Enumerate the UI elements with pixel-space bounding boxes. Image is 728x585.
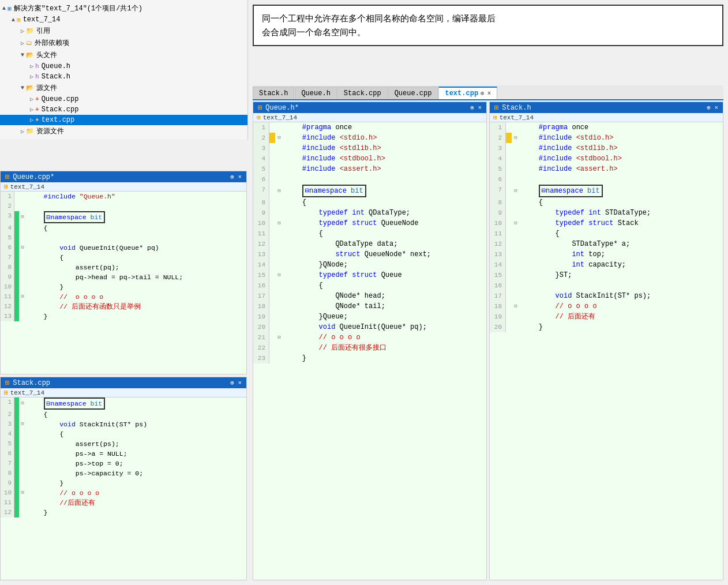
queue-cpp-editor: ⊞ Queue.cpp* ⊕ × ⊞ text_7_14 1 #include …: [0, 171, 247, 374]
code-line: 18 ⊟ // ο ο ο ο: [490, 301, 723, 312]
code-line: 8 {: [490, 197, 723, 208]
info-box: 同一个工程中允许存在多个相同名称的命名空间，编译器最后 会合成同一个命名空间中。: [253, 5, 723, 46]
resources-label: 资源文件: [36, 126, 64, 136]
text-cpp-item[interactable]: ▷ + text.cpp: [0, 115, 247, 125]
bottom-panels: ⊞ Queue.cpp* ⊕ × ⊞ text_7_14 1 #include …: [0, 171, 247, 580]
stack-cpp-item[interactable]: ▷ + Stack.cpp: [0, 104, 247, 115]
code-line: 8 {: [253, 197, 486, 208]
code-line: 11 //后面还有: [1, 498, 246, 508]
code-line: 6 ⊟ void QueueInit(Queue* pq): [1, 243, 246, 253]
queue-h-editor: ⊞ Queue.h* ⊕ × ⊞ text_7_14 1 #pragma onc…: [253, 102, 487, 580]
info-line2: 会合成同一个命名空间中。: [262, 25, 714, 39]
code-line: 11 ⊟ // ο ο ο ο: [1, 292, 246, 302]
code-line: 12 QDataType data;: [253, 239, 486, 249]
stack-cpp-project: text_7_14: [10, 389, 44, 396]
resources-folder[interactable]: ▷ 📁 资源文件: [0, 125, 247, 137]
solution-item[interactable]: ▲ ▣ 解决方案"text_7_14"(1个项目/共1个): [0, 2, 247, 14]
headers-label: 头文件: [36, 50, 57, 60]
stack-h-title: Stack.h: [502, 104, 531, 112]
queue-cpp-item[interactable]: ▷ + Queue.cpp: [0, 94, 247, 104]
code-line: 7 ps->top = 0;: [1, 459, 246, 468]
code-line: 11 {: [490, 228, 723, 239]
stack-cpp-label: Stack.cpp: [42, 106, 79, 114]
code-line: 9 }: [1, 478, 246, 488]
queue-cpp-code[interactable]: 1 #include "Queue.h" 2 3 ⊟ ⊟namespace bi…: [1, 192, 246, 374]
code-line: 2: [1, 201, 246, 211]
code-line: 13 struct QueueNode* next;: [253, 249, 486, 260]
queue-h-item[interactable]: ▷ h Queue.h: [0, 61, 247, 72]
stack-cpp-title: Stack.cpp: [13, 379, 50, 387]
code-line: 18 QNode* tail;: [253, 301, 486, 312]
ref-item[interactable]: ▷ 📁 引用: [0, 25, 247, 37]
code-line: 3 ⊟ ⊟namespace bit: [1, 211, 246, 223]
code-line: 6: [490, 174, 723, 185]
close-icon[interactable]: ⊕ ×: [481, 90, 491, 97]
code-line: 5 assert(ps);: [1, 439, 246, 449]
code-line: 15 ⊟ typedef struct Queue: [253, 270, 486, 280]
code-line: 5 #include <assert.h>: [253, 164, 486, 174]
headers-folder[interactable]: ▼ 📂 头文件: [0, 49, 247, 61]
queue-h-title-bar: ⊞ Queue.h* ⊕ ×: [253, 102, 486, 113]
stack-h-icon: ⊞: [494, 103, 498, 112]
code-line: 4 #include <stdbool.h>: [253, 153, 486, 164]
queue-h-icon: ⊞: [258, 103, 262, 112]
tab-stack-cpp[interactable]: Stack.cpp: [337, 87, 388, 99]
info-line1: 同一个工程中允许存在多个相同名称的命名空间，编译器最后: [262, 12, 714, 25]
code-line: 1 #include "Queue.h": [1, 192, 246, 201]
code-line: 8 ps->capacity = 0;: [1, 468, 246, 478]
code-line: 1 #pragma once: [253, 122, 486, 133]
code-line: 19 // 后面还有: [490, 312, 723, 322]
code-line: 10 ⊟ typedef struct QueueNode: [253, 218, 486, 228]
code-line: 7 ⊟ ⊟namespace bit: [490, 185, 723, 197]
stack-h-editor: ⊞ Stack.h ⊕ × ⊞ text_7_14 1 #pragma once…: [489, 102, 723, 580]
extern-item[interactable]: ▷ 🗂 外部依赖项: [0, 37, 247, 49]
stack-h-item[interactable]: ▷ h Stack.h: [0, 72, 247, 82]
stack-cpp-editor: ⊞ Stack.cpp ⊕ × ⊞ text_7_14 1 ⊟ ⊟namespa…: [0, 377, 247, 580]
code-line: 4 {: [1, 223, 246, 233]
queue-cpp-subtitle: ⊞ text_7_14: [1, 182, 246, 192]
queue-h-label: Queue.h: [42, 62, 70, 70]
tab-stack-h[interactable]: Stack.h: [253, 87, 294, 99]
code-line: 9 typedef int STDataType;: [490, 208, 723, 218]
code-line: 13 }: [1, 312, 246, 321]
code-line: 16 {: [253, 280, 486, 291]
tab-stack-h-label: Stack.h: [259, 89, 288, 97]
code-line: 9 typedef int QDataType;: [253, 208, 486, 218]
tab-bar: Stack.h Queue.h Stack.cpp Queue.cpp text…: [253, 85, 723, 100]
code-line: 4 {: [1, 429, 246, 439]
code-line: 20 void QueueInit(Queue* pq);: [253, 322, 486, 332]
code-line: 13 int top;: [490, 249, 723, 260]
ref-label: 引用: [36, 26, 50, 36]
queue-cpp-title: Queue.cpp*: [13, 173, 54, 181]
code-line: 14 int capacity;: [490, 260, 723, 270]
tab-text-cpp[interactable]: text.cpp ⊕ ×: [438, 87, 497, 99]
queue-h-title: Queue.h*: [265, 104, 299, 112]
code-line: 5: [1, 233, 246, 243]
code-line: 17 QNode* head;: [253, 291, 486, 301]
code-line: 3 #include <stdlib.h>: [490, 143, 723, 153]
code-line: 1 ⊟ ⊟namespace bit: [1, 397, 246, 410]
stack-h-label: Stack.h: [42, 73, 70, 81]
stack-h-code[interactable]: 1 #pragma once 2 ⊟ #include <stdio.h> 3 …: [490, 122, 723, 580]
tab-queue-h[interactable]: Queue.h: [295, 87, 336, 99]
code-line: 14 }QNode;: [253, 260, 486, 270]
code-line: 12 // 后面还有函数只是举例: [1, 302, 246, 312]
code-line: 5 #include <assert.h>: [490, 164, 723, 174]
code-line: 1 #pragma once: [490, 122, 723, 133]
code-line: 7 {: [1, 253, 246, 262]
code-line: 22 // 后面还有很多接口: [253, 343, 486, 353]
code-line: 16: [490, 280, 723, 291]
stack-cpp-subtitle: ⊞ text_7_14: [1, 388, 246, 397]
tab-queue-cpp[interactable]: Queue.cpp: [388, 87, 438, 99]
code-line: 11 {: [253, 228, 486, 239]
code-line: 7 ⊟ ⊟namespace bit: [253, 185, 486, 197]
queue-h-code[interactable]: 1 #pragma once 2 ⊟ #include <stdio.h> 3 …: [253, 122, 486, 580]
project-item[interactable]: ▲ ⊞ text_7_14: [0, 14, 247, 25]
stack-h-subtitle: ⊞ text_7_14: [490, 113, 723, 122]
editors-area: ⊞ Queue.h* ⊕ × ⊞ text_7_14 1 #pragma onc…: [253, 102, 723, 580]
stack-cpp-code[interactable]: 1 ⊟ ⊟namespace bit 2 { 3 ⊟ void StackIni…: [1, 397, 246, 580]
queue-cpp-label: Queue.cpp: [42, 95, 79, 103]
sources-folder[interactable]: ▼ 📂 源文件: [0, 82, 247, 94]
queue-h-project: text_7_14: [263, 114, 297, 121]
tab-text-cpp-label: text.cpp: [445, 89, 478, 97]
